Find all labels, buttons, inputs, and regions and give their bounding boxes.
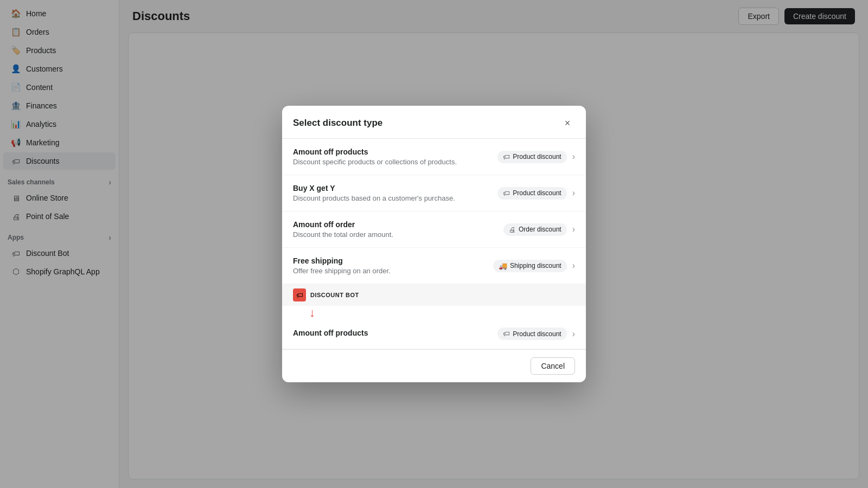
red-arrow-container: ↓ <box>282 306 586 319</box>
chevron-right-icon: › <box>572 152 575 162</box>
modal-overlay[interactable]: Select discount type × Amount off produc… <box>0 0 868 488</box>
badge-label: Shipping discount <box>510 262 561 269</box>
chevron-right-icon: › <box>572 188 575 198</box>
discount-option-bot-amount-off[interactable]: Amount off products 🏷 Product discount › <box>282 319 586 349</box>
red-arrow-icon: ↓ <box>309 307 315 319</box>
bot-product-discount-badge: 🏷 Product discount <box>497 328 566 340</box>
cancel-button[interactable]: Cancel <box>531 357 575 375</box>
shipping-discount-badge: 🚚 Shipping discount <box>493 260 567 272</box>
chevron-right-icon: › <box>572 329 575 339</box>
order-discount-badge: 🖨 Order discount <box>503 223 567 236</box>
product-discount-badge: 🏷 Product discount <box>497 151 566 163</box>
discount-option-amount-off-order[interactable]: Amount off order Discount the total orde… <box>282 211 586 248</box>
tag-icon: 🏷 <box>503 153 510 161</box>
modal: Select discount type × Amount off produc… <box>282 106 586 382</box>
chevron-right-icon: › <box>572 224 575 234</box>
badge-label: Product discount <box>513 330 561 338</box>
discount-option-right: 🚚 Shipping discount › <box>493 260 575 272</box>
discount-option-left: Free shipping Offer free shipping on an … <box>293 256 493 275</box>
discount-bot-section-icon: 🏷 <box>293 288 306 301</box>
discount-bot-section-divider: 🏷 DISCOUNT BOT <box>282 284 586 306</box>
option-title: Amount off products <box>293 147 497 156</box>
discount-option-right: 🏷 Product discount › <box>497 187 575 200</box>
badge-label: Product discount <box>513 189 561 197</box>
option-desc: Discount products based on a customer's … <box>293 194 497 202</box>
discount-option-amount-off-products[interactable]: Amount off products Discount specific pr… <box>282 139 586 175</box>
option-desc: Discount the total order amount. <box>293 230 503 239</box>
chevron-right-icon: › <box>572 261 575 271</box>
discount-option-right: 🏷 Product discount › <box>497 328 575 340</box>
shipping-icon: 🚚 <box>499 262 507 270</box>
option-title: Buy X get Y <box>293 184 497 192</box>
option-title: Amount off products <box>293 329 497 337</box>
tag-icon: 🏷 <box>503 330 510 338</box>
modal-footer: Cancel <box>282 349 586 382</box>
modal-title: Select discount type <box>293 118 382 129</box>
discount-option-left: Amount off order Discount the total orde… <box>293 220 503 239</box>
discount-option-buy-x-get-y[interactable]: Buy X get Y Discount products based on a… <box>282 175 586 211</box>
discount-option-right: 🖨 Order discount › <box>503 223 575 236</box>
option-title: Free shipping <box>293 256 493 265</box>
tag-icon: 🏷 <box>503 189 510 197</box>
modal-body: Amount off products Discount specific pr… <box>282 139 586 349</box>
product-discount-badge: 🏷 Product discount <box>497 187 566 200</box>
option-desc: Offer free shipping on an order. <box>293 267 493 275</box>
discount-option-free-shipping[interactable]: Free shipping Offer free shipping on an … <box>282 248 586 284</box>
discount-option-right: 🏷 Product discount › <box>497 151 575 163</box>
modal-header: Select discount type × <box>282 106 586 139</box>
discount-bot-section-label: DISCOUNT BOT <box>310 292 359 298</box>
option-title: Amount off order <box>293 220 503 229</box>
discount-option-left: Amount off products Discount specific pr… <box>293 147 497 166</box>
badge-label: Order discount <box>519 226 561 233</box>
option-desc: Discount specific products or collection… <box>293 158 497 166</box>
badge-label: Product discount <box>513 153 561 160</box>
order-icon: 🖨 <box>509 226 516 234</box>
modal-close-button[interactable]: × <box>560 115 575 131</box>
discount-option-left: Amount off products <box>293 329 497 339</box>
discount-option-left: Buy X get Y Discount products based on a… <box>293 184 497 202</box>
